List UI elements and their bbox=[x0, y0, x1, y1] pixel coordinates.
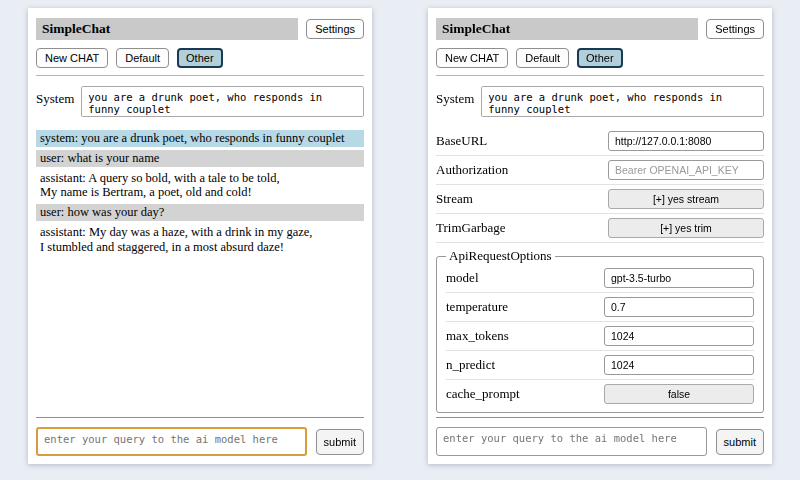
trimgarbage-label: TrimGarbage bbox=[436, 220, 506, 236]
system-label: System bbox=[36, 86, 74, 117]
setting-row-baseurl: BaseURL bbox=[436, 127, 764, 156]
titlebar: SimpleChat Settings bbox=[436, 18, 764, 40]
settings-button[interactable]: Settings bbox=[706, 19, 764, 39]
setting-row-temperature: temperature bbox=[446, 293, 754, 322]
baseurl-input[interactable] bbox=[608, 131, 764, 151]
setting-row-stream: Stream [+] yes stream bbox=[436, 185, 764, 214]
footer-divider bbox=[436, 417, 764, 418]
chat-message-system: system: you are a drunk poet, who respon… bbox=[36, 130, 364, 147]
model-input[interactable] bbox=[604, 268, 754, 288]
footer-divider bbox=[36, 417, 364, 418]
system-prompt-row: System you are a drunk poet, who respond… bbox=[436, 86, 764, 117]
system-prompt-textarea[interactable]: you are a drunk poet, who responds in fu… bbox=[481, 86, 764, 117]
trimgarbage-toggle-button[interactable]: [+] yes trim bbox=[608, 218, 764, 238]
session-tabs: New CHAT Default Other bbox=[436, 48, 764, 68]
setting-row-n-predict: n_predict bbox=[446, 351, 754, 380]
chat-message-user: user: what is your name bbox=[36, 150, 364, 167]
setting-row-trimgarbage: TrimGarbage [+] yes trim bbox=[436, 214, 764, 243]
n-predict-label: n_predict bbox=[446, 357, 495, 373]
temperature-input[interactable] bbox=[604, 297, 754, 317]
query-input[interactable] bbox=[36, 427, 307, 456]
setting-row-cache-prompt: cache_prompt false bbox=[446, 380, 754, 408]
chat-message-user: user: how was your day? bbox=[36, 204, 364, 221]
system-label: System bbox=[436, 86, 474, 117]
settings-list: BaseURL Authorization Stream [+] yes str… bbox=[436, 127, 764, 417]
n-predict-input[interactable] bbox=[604, 355, 754, 375]
query-footer: submit bbox=[436, 417, 764, 456]
authorization-input[interactable] bbox=[608, 160, 764, 180]
baseurl-label: BaseURL bbox=[436, 133, 487, 149]
stream-label: Stream bbox=[436, 191, 473, 207]
api-request-options-legend: ApiRequestOptions bbox=[446, 248, 555, 264]
chat-message-assistant: assistant: My day was a haze, with a dri… bbox=[36, 224, 364, 256]
system-prompt-row: System you are a drunk poet, who respond… bbox=[36, 86, 364, 117]
session-tab-default[interactable]: Default bbox=[516, 48, 569, 68]
chat-message-assistant: assistant: A query so bold, with a tale … bbox=[36, 170, 364, 202]
setting-row-max-tokens: max_tokens bbox=[446, 322, 754, 351]
new-chat-button[interactable]: New CHAT bbox=[436, 48, 508, 68]
setting-row-model: model bbox=[446, 264, 754, 293]
session-tab-default[interactable]: Default bbox=[116, 48, 169, 68]
settings-button[interactable]: Settings bbox=[306, 19, 364, 39]
query-footer: submit bbox=[36, 417, 364, 456]
query-input[interactable] bbox=[436, 427, 707, 456]
setting-row-authorization: Authorization bbox=[436, 156, 764, 185]
session-tab-other[interactable]: Other bbox=[577, 48, 623, 68]
submit-button[interactable]: submit bbox=[716, 429, 764, 455]
titlebar: SimpleChat Settings bbox=[36, 18, 364, 40]
query-row: submit bbox=[436, 427, 764, 456]
stream-toggle-button[interactable]: [+] yes stream bbox=[608, 189, 764, 209]
temperature-label: temperature bbox=[446, 299, 508, 315]
settings-panel: SimpleChat Settings New CHAT Default Oth… bbox=[428, 8, 772, 464]
cache-prompt-toggle-button[interactable]: false bbox=[604, 384, 754, 404]
page: SimpleChat Settings New CHAT Default Oth… bbox=[0, 0, 800, 464]
session-tab-other[interactable]: Other bbox=[177, 48, 223, 68]
app-title: SimpleChat bbox=[36, 18, 298, 40]
system-prompt-textarea[interactable]: you are a drunk poet, who responds in fu… bbox=[81, 86, 364, 117]
new-chat-button[interactable]: New CHAT bbox=[36, 48, 108, 68]
header-divider bbox=[36, 75, 364, 76]
submit-button[interactable]: submit bbox=[316, 429, 364, 455]
max-tokens-label: max_tokens bbox=[446, 328, 509, 344]
authorization-label: Authorization bbox=[436, 162, 508, 178]
model-label: model bbox=[446, 270, 479, 286]
api-request-options-fieldset: ApiRequestOptions model temperature max_… bbox=[436, 248, 764, 413]
app-title: SimpleChat bbox=[436, 18, 698, 40]
cache-prompt-label: cache_prompt bbox=[446, 386, 520, 402]
max-tokens-input[interactable] bbox=[604, 326, 754, 346]
header-divider bbox=[436, 75, 764, 76]
chat-message-list: system: you are a drunk poet, who respon… bbox=[36, 130, 364, 417]
chat-panel: SimpleChat Settings New CHAT Default Oth… bbox=[28, 8, 372, 464]
session-tabs: New CHAT Default Other bbox=[36, 48, 364, 68]
query-row: submit bbox=[36, 427, 364, 456]
